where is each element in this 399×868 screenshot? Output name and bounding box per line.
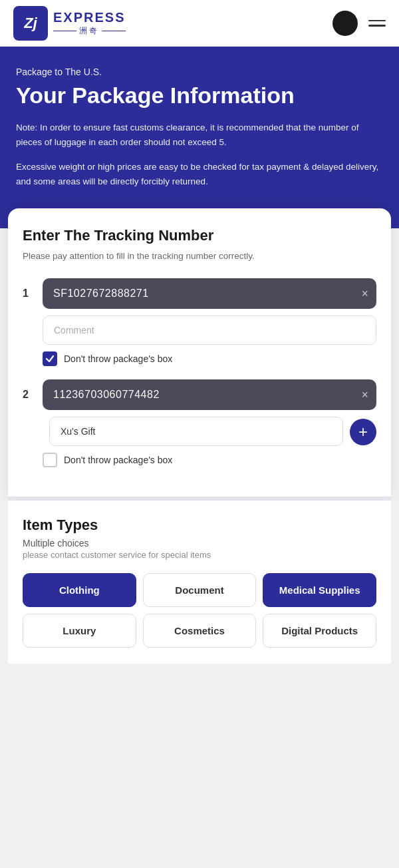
express-label: EXPRESS bbox=[53, 10, 125, 25]
item-types-section: Item Types Multiple choices please conta… bbox=[8, 497, 391, 664]
logo-text: EXPRESS 洲奇 bbox=[53, 10, 125, 37]
logo: Zj EXPRESS 洲奇 bbox=[13, 6, 125, 41]
profile-avatar[interactable] bbox=[332, 11, 358, 36]
item-types-sub1: Multiple choices bbox=[23, 538, 376, 548]
hero-section: Package to The U.S. Your Package Informa… bbox=[0, 47, 399, 228]
item-types-grid: Clothing Document Medical Supplies Luxur… bbox=[23, 573, 376, 648]
item-type-luxury[interactable]: Luxury bbox=[23, 614, 136, 648]
item-type-cosmetics[interactable]: Cosmetics bbox=[143, 614, 257, 648]
logo-initials: Zj bbox=[24, 15, 37, 32]
comment-input-2[interactable] bbox=[49, 417, 343, 446]
hero-subtitle: Package to The U.S. bbox=[16, 67, 383, 77]
checkbox-label-2: Don't throw package's box bbox=[64, 455, 172, 465]
add-button[interactable]: + bbox=[350, 419, 376, 445]
chinese-label: 洲奇 bbox=[53, 25, 125, 37]
checkbox-2[interactable] bbox=[43, 453, 57, 467]
item-number-1: 1 bbox=[23, 288, 36, 300]
tracking-input-wrapper-2: × bbox=[43, 379, 376, 410]
item-number-2: 2 bbox=[23, 389, 36, 401]
checkbox-label-1: Don't throw package's box bbox=[64, 353, 172, 364]
tracking-item-1: 1 × Don't throw package's box bbox=[23, 278, 376, 366]
hamburger-menu[interactable] bbox=[368, 20, 386, 27]
comment-input-1[interactable] bbox=[43, 316, 376, 345]
comment-add-wrapper: + bbox=[49, 417, 376, 446]
checkbox-row-2: Don't throw package's box bbox=[43, 453, 376, 467]
tracking-row-1: 1 × bbox=[23, 278, 376, 309]
header-icons bbox=[332, 11, 386, 36]
hero-note: Note: In order to ensure fast customs cl… bbox=[16, 120, 383, 149]
card-subtitle: Please pay attention to fill in the trac… bbox=[23, 250, 376, 263]
add-row-2: + bbox=[23, 417, 376, 446]
hero-warning: Excessive weight or high prices are easy… bbox=[16, 160, 383, 188]
tracking-row-2: 2 × bbox=[23, 379, 376, 410]
clear-button-1[interactable]: × bbox=[361, 288, 368, 300]
item-type-digital[interactable]: Digital Products bbox=[263, 614, 376, 648]
item-types-sub2: please contact customer service for spec… bbox=[23, 550, 376, 560]
hero-title: Your Package Information bbox=[16, 83, 383, 108]
item-type-document[interactable]: Document bbox=[143, 573, 257, 607]
card-title: Enter The Tracking Number bbox=[23, 227, 376, 244]
app-header: Zj EXPRESS 洲奇 bbox=[0, 0, 399, 47]
tracking-input-1[interactable] bbox=[43, 278, 376, 309]
tracking-item-2: 2 × + Don't throw package's box bbox=[23, 379, 376, 467]
tracking-card: Enter The Tracking Number Please pay att… bbox=[8, 208, 391, 496]
tracking-input-2[interactable] bbox=[43, 379, 376, 410]
item-types-title: Item Types bbox=[23, 517, 376, 534]
tracking-input-wrapper-1: × bbox=[43, 278, 376, 309]
clear-button-2[interactable]: × bbox=[361, 389, 368, 401]
checkbox-1[interactable] bbox=[43, 351, 57, 366]
logo-icon: Zj bbox=[13, 6, 48, 41]
item-type-medical[interactable]: Medical Supplies bbox=[263, 573, 376, 607]
item-type-clothing[interactable]: Clothing bbox=[23, 573, 136, 607]
checkbox-row-1: Don't throw package's box bbox=[43, 351, 376, 366]
